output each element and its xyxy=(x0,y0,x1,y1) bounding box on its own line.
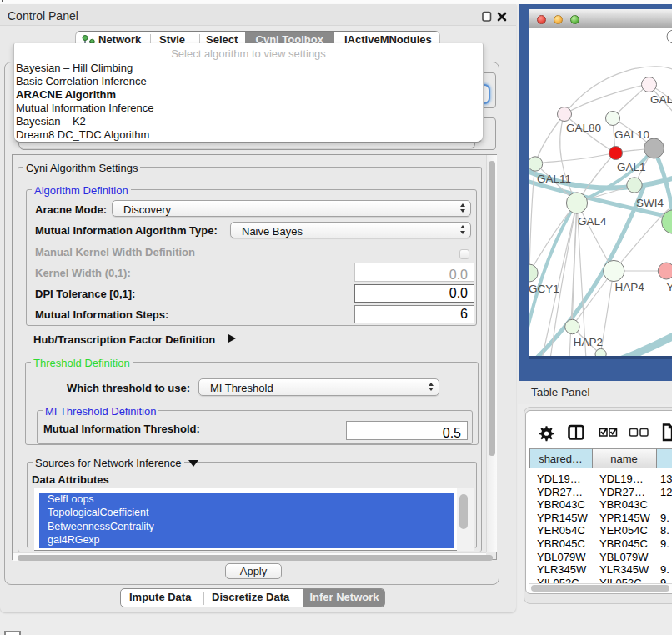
svg-text:GAL11: GAL11 xyxy=(537,172,571,185)
svg-text:GAL7: GAL7 xyxy=(650,93,672,106)
svg-text:SWI4: SWI4 xyxy=(636,197,664,209)
svg-text:HAP2: HAP2 xyxy=(574,336,603,348)
svg-text:GAL1: GAL1 xyxy=(617,161,646,173)
svg-text:Y: Y xyxy=(667,281,672,293)
svg-text:GAL4: GAL4 xyxy=(578,215,607,228)
svg-text:GAL10: GAL10 xyxy=(614,128,649,141)
svg-text:GAL80: GAL80 xyxy=(566,122,601,134)
svg-text:HAP4: HAP4 xyxy=(615,281,645,293)
svg-text:GCY1: GCY1 xyxy=(529,282,559,295)
